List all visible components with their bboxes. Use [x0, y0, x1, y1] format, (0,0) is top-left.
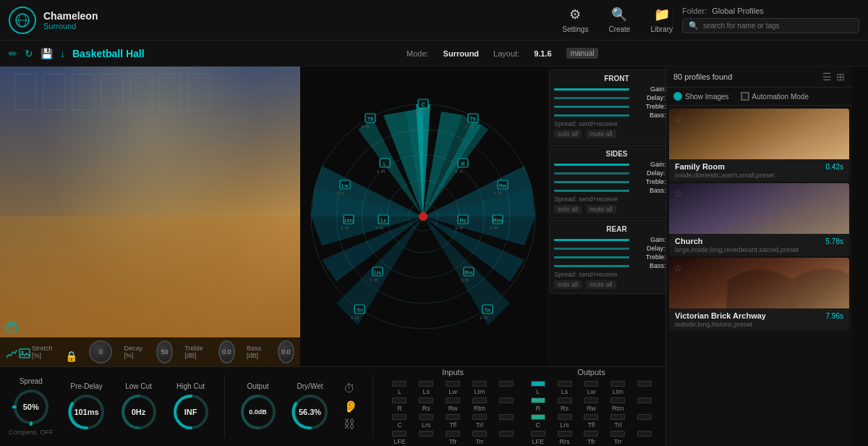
settings-button[interactable]: ⚙ Settings	[562, 7, 588, 33]
svg-text:Ls: Ls	[380, 218, 386, 223]
sides-solo-all[interactable]: solo all	[554, 205, 582, 214]
automation-mode-checkbox[interactable]	[741, 92, 749, 101]
input-Tfl: Tfl	[441, 414, 465, 429]
logo-area: Chameleon Surround	[9, 7, 153, 34]
inputs-grid: L Ls Lw Ltm R Rs Rw Rtm C Lrs Tfl Trl	[388, 381, 519, 445]
center-panel: Stretch [%] 🔒 0 Decay [%] 50	[0, 67, 665, 366]
lock-icon[interactable]: 🔒	[65, 350, 77, 362]
svg-text:s m: s m	[336, 190, 344, 195]
output-Trl: Trl	[605, 414, 630, 429]
param-group-stretch: Stretch [%]	[32, 345, 54, 359]
output-Ltm: Ltm	[605, 381, 630, 395]
output-Lrs: Lrs	[553, 414, 577, 429]
front-solo-all[interactable]: solo all	[554, 130, 582, 138]
show-images-option[interactable]: Show Images	[673, 92, 729, 101]
search-box[interactable]: 🔍	[682, 18, 859, 33]
grid-view-icon[interactable]: ⊞	[836, 71, 845, 83]
profile-name-family-room: Family Room	[675, 162, 725, 171]
svg-rect-14	[9, 323, 14, 326]
svg-rect-75	[669, 183, 849, 234]
input-Ls: Ls	[414, 381, 438, 395]
predelay-knob[interactable]: 101ms	[68, 393, 106, 431]
sides-section: SIDES Gain: 0dB Delay: 0ms Treble: 0dB	[549, 145, 665, 219]
download-icon[interactable]: ↓	[60, 48, 65, 59]
pencil-icon[interactable]: ✏	[9, 48, 17, 59]
front-mute-all[interactable]: mute all	[586, 130, 616, 138]
input-R: R	[388, 397, 412, 412]
star-icon-family[interactable]: ☆	[673, 113, 683, 125]
spread-control: Spread 50% Compens. OFF	[9, 377, 54, 436]
bass-knob[interactable]: 0.0	[278, 340, 294, 363]
treble-knob[interactable]: 0.0	[218, 340, 235, 363]
svg-text:Lrs: Lrs	[374, 270, 381, 275]
param-group-decay: Decay [%]	[124, 345, 144, 359]
refresh-icon[interactable]: ↻	[25, 48, 33, 59]
sides-mute-all[interactable]: mute all	[586, 205, 616, 214]
folder-label: Folder: Global Profiles	[682, 7, 859, 15]
stretch-knob[interactable]: 0	[89, 340, 112, 363]
param-group-stretch-val[interactable]: 0	[89, 340, 112, 363]
drywet-knob[interactable]: 56.3%	[292, 393, 329, 431]
rear-solo-all[interactable]: solo all	[554, 280, 582, 289]
svg-text:s m: s m	[351, 315, 359, 320]
input-empty2	[494, 397, 519, 412]
input-Ltm: Ltm	[467, 381, 492, 395]
manual-badge: manual	[566, 48, 599, 59]
profile-card-church[interactable]: ☆ Church 5.78s large,inside,long,reverbe…	[669, 183, 849, 256]
save-icon[interactable]: 💾	[41, 48, 53, 59]
output-Rrs: Rrs	[553, 431, 577, 445]
toolbar-center: Mode: Surround Layout: 9.1.6 manual	[407, 48, 859, 59]
output-control: Output 0.0dB	[239, 382, 277, 431]
input-Trl: Trl	[467, 414, 492, 429]
ear-icon[interactable]: 👂	[344, 400, 358, 413]
output-empty1	[632, 381, 657, 395]
rear-mute-all[interactable]: mute all	[586, 280, 616, 289]
create-button[interactable]: 🔍 Create	[608, 7, 630, 33]
profile-name-victorian: Victorian Brick Archway	[675, 311, 766, 320]
output-R: R	[526, 397, 550, 412]
svg-text:s m: s m	[455, 169, 463, 174]
front-title: FRONT	[554, 75, 665, 83]
list-view-icon[interactable]: ☰	[822, 71, 832, 83]
profile-card-victorian[interactable]: ☆ Victorian Brick Archway 7.96s outside,…	[669, 258, 849, 331]
layout-value[interactable]: 9.1.6	[534, 49, 551, 58]
lowcut-knob[interactable]: 0Hz	[120, 393, 158, 431]
svg-text:s m: s m	[465, 124, 473, 129]
svg-text:Rs: Rs	[460, 218, 467, 223]
output-knob[interactable]: 0.0dB	[239, 393, 277, 431]
link-icon[interactable]: ⛓	[344, 418, 358, 431]
io-section: Inputs L Ls Lw Ltm R Rs Rw Rtm C Lrs	[388, 368, 657, 445]
star-icon-victorian[interactable]: ☆	[673, 262, 683, 274]
drywet-control: Dry/Wet 56.3%	[292, 382, 329, 431]
star-icon-church[interactable]: ☆	[673, 188, 683, 199]
automation-mode-option[interactable]: Automation Mode	[741, 92, 809, 101]
profile-thumb-family-room	[669, 109, 849, 159]
profile-name-church: Church	[675, 237, 703, 245]
output-C: C	[526, 414, 550, 429]
svg-text:s m: s m	[375, 225, 383, 230]
highcut-knob[interactable]: INF	[172, 393, 210, 431]
folder-header: Folder: Global Profiles 🔍	[673, 7, 859, 33]
show-images-radio[interactable]	[673, 92, 682, 101]
output-Rtm: Rtm	[605, 397, 630, 412]
library-button[interactable]: 📁 Library	[650, 7, 673, 33]
output-Rs: Rs	[553, 397, 577, 412]
param-group-treble: Treble [dB]	[184, 345, 206, 359]
inputs-group: Inputs L Ls Lw Ltm R Rs Rw Rtm C Lrs	[388, 368, 519, 445]
search-input[interactable]	[703, 22, 833, 30]
decay-knob[interactable]: 50	[156, 340, 173, 363]
output-empty2	[632, 397, 657, 412]
util-icons: ⏱ 👂 ⛓	[344, 382, 358, 431]
profile-info-family-room: Family Room 0.42s inside,domestic,warm,s…	[669, 159, 849, 182]
profile-info-church: Church 5.78s large,inside,long,reverbera…	[669, 234, 849, 256]
svg-text:s m: s m	[455, 225, 463, 230]
profiles-count: 80 profiles found	[673, 72, 732, 81]
svg-point-67	[419, 212, 427, 221]
profile-card-family-room[interactable]: ☆ Family Room 0.42s inside,domestic,warm…	[669, 109, 849, 182]
spread-knob[interactable]: 50%	[12, 388, 50, 426]
mode-value[interactable]: Surround	[443, 49, 480, 58]
front-spread: Spread: send+receive	[554, 120, 665, 127]
clock-icon[interactable]: ⏱	[344, 382, 358, 395]
settings-icon: ⚙	[569, 7, 581, 22]
svg-text:s m: s m	[370, 277, 378, 282]
